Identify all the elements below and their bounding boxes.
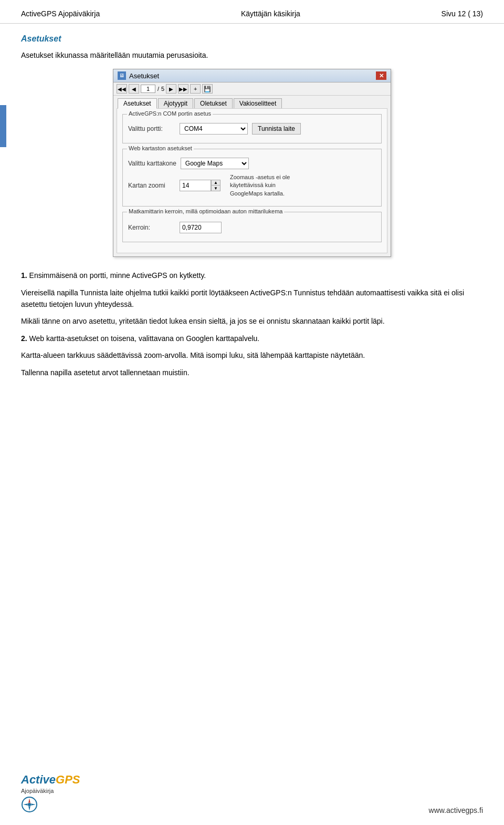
karttakone-row: Valittu karttakone Google Maps <box>128 158 376 169</box>
com-port-section: ActiveGPS:n COM portin asetus Valittu po… <box>122 114 382 143</box>
section-title: Asetukset <box>21 34 483 44</box>
paragraph-1: 1. Ensimmäisenä on portti, minne ActiveG… <box>21 270 483 281</box>
logo-text-row: ActiveGPS <box>21 773 80 787</box>
zoomi-row: Kartan zoomi ▲ ▼ Zoomaus -asetus ei olek… <box>128 173 376 198</box>
map-section-title: Web kartaston asetukset <box>127 145 194 151</box>
logo-active-text: Active <box>21 773 56 787</box>
logo-gps-text: GPS <box>56 773 80 787</box>
dialog-toolbar: ◀◀ ◀ / 5 ▶ ▶▶ + 💾 <box>113 82 391 96</box>
kerroin-section: Matkamittarin kerroin, millä optimoidaan… <box>122 212 382 242</box>
page-header: ActiveGPS Ajopäiväkirja Käyttäjän käsiki… <box>0 0 504 24</box>
com-section-title: ActiveGPS:n COM portin asetus <box>127 110 213 117</box>
settings-dialog: 🖥 Asetukset ✕ ◀◀ ◀ / 5 ▶ ▶▶ + 💾 Asetukse… <box>113 69 391 257</box>
dialog-tabs: Asetukset Ajotyypit Oletukset Vakioselit… <box>113 96 391 108</box>
port-select[interactable]: COM4 <box>180 123 248 135</box>
svg-marker-4 <box>23 803 28 806</box>
dialog-title: Asetukset <box>129 72 159 80</box>
paragraph-6-text: Tallenna napilla asetetut arvot tallenne… <box>21 368 190 377</box>
kerroin-row: Kerroin: <box>128 222 376 233</box>
main-content: Asetukset Asetukset ikkunassa määritellä… <box>0 24 504 395</box>
zoomi-down-button[interactable]: ▼ <box>212 185 220 191</box>
paragraph-4-text: Web kartta-asetukset on toisena, valitta… <box>29 334 260 343</box>
page-footer: ActiveGPS Ajopäiväkirja www.activegps.fi <box>0 773 504 814</box>
toolbar-save-button[interactable]: 💾 <box>202 84 213 94</box>
paragraph-5: Kartta-alueen tarkkuus säädettävissä zoo… <box>21 349 483 361</box>
header-left: ActiveGPS Ajopäiväkirja <box>21 9 100 18</box>
zoomi-input[interactable] <box>180 180 211 191</box>
port-row: Valittu portti: COM4 Tunnista laite <box>128 123 376 135</box>
footer-url: www.activegps.fi <box>429 806 483 814</box>
zoom-info-text: Zoomaus -asetus ei olekäytettävissä kuin… <box>230 173 290 198</box>
dialog-titlebar: 🖥 Asetukset ✕ <box>113 69 391 82</box>
logo-subtitle: Ajopäiväkirja <box>21 788 54 794</box>
karttakone-select[interactable]: Google Maps <box>181 158 249 169</box>
toolbar-last-button[interactable]: ▶▶ <box>178 84 188 94</box>
tab-oletukset[interactable]: Oletukset <box>194 98 233 108</box>
tunnista-laite-button[interactable]: Tunnista laite <box>252 123 301 135</box>
header-center: Käyttäjän käsikirja <box>241 9 300 18</box>
toolbar-slash: / <box>157 86 160 92</box>
kerroin-label: Kerroin: <box>128 224 175 231</box>
dialog-app-icon: 🖥 <box>118 71 126 80</box>
paragraph-1-text: Ensimmäisenä on portti, minne ActiveGPS … <box>29 271 206 280</box>
kerroin-section-title: Matkamittarin kerroin, millä optimoidaan… <box>127 208 284 214</box>
paragraph-3-text: Mikäli tänne on arvo asetettu, yritetään… <box>21 317 385 325</box>
zoomi-up-button[interactable]: ▲ <box>212 180 220 185</box>
map-settings-section: Web kartaston asetukset Valittu karttako… <box>122 149 382 207</box>
zoomi-spinner: ▲ ▼ <box>211 180 220 191</box>
toolbar-add-button[interactable]: + <box>190 84 201 94</box>
toolbar-page-total: 5 <box>161 86 164 92</box>
toolbar-prev-button[interactable]: ◀ <box>129 84 139 94</box>
dialog-body: ActiveGPS:n COM portin asetus Valittu po… <box>117 108 387 253</box>
footer-logo: ActiveGPS Ajopäiväkirja <box>21 773 80 814</box>
titlebar-left: 🖥 Asetukset <box>118 71 159 80</box>
toolbar-next-button[interactable]: ▶ <box>166 84 176 94</box>
svg-marker-3 <box>28 806 30 811</box>
port-label: Valittu portti: <box>128 125 175 132</box>
paragraph-4: 2. Web kartta-asetukset on toisena, vali… <box>21 333 483 344</box>
zoomi-label: Kartan zoomi <box>128 182 175 189</box>
header-right: Sivu 12 ( 13) <box>442 9 483 18</box>
toolbar-page-input[interactable] <box>141 85 155 93</box>
toolbar-first-button[interactable]: ◀◀ <box>117 84 127 94</box>
body-text: 1. Ensimmäisenä on portti, minne ActiveG… <box>21 270 483 378</box>
paragraph-3: Mikäli tänne on arvo asetettu, yritetään… <box>21 315 483 327</box>
paragraph-6: Tallenna napilla asetetut arvot tallenne… <box>21 367 483 378</box>
paragraph-5-text: Kartta-alueen tarkkuus säädettävissä zoo… <box>21 351 365 359</box>
paragraph-2: Viereisellä napilla Tunnista laite ohjel… <box>21 287 483 311</box>
intro-text: Asetukset ikkunassa määritellään muutami… <box>21 51 483 59</box>
paragraph-1-number: 1. <box>21 271 27 280</box>
tab-ajotyypit[interactable]: Ajotyypit <box>158 98 193 108</box>
tab-vakioselitteet[interactable]: Vakioselitteet <box>234 98 282 108</box>
left-accent-strip <box>0 105 6 147</box>
logo-compass-icon <box>21 796 38 813</box>
svg-marker-5 <box>30 803 36 806</box>
paragraph-4-number: 2. <box>21 334 27 343</box>
logo-icon-row <box>21 796 38 814</box>
kerroin-input[interactable] <box>180 222 222 233</box>
tab-asetukset[interactable]: Asetukset <box>118 98 157 109</box>
svg-point-1 <box>28 803 31 806</box>
paragraph-2-text: Viereisellä napilla Tunnista laite ohjel… <box>21 288 464 308</box>
dialog-close-button[interactable]: ✕ <box>376 71 386 80</box>
svg-marker-2 <box>28 798 30 803</box>
karttakone-label: Valittu karttakone <box>128 160 176 167</box>
